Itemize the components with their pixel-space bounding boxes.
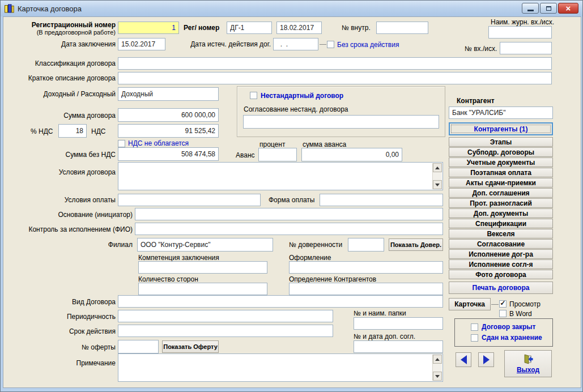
kontragenty-button[interactable]: Контрагенты (1)	[449, 122, 553, 135]
print-contract-button[interactable]: Печать договора	[449, 282, 553, 294]
maximize-button[interactable]	[540, 3, 557, 14]
kontragent-field[interactable]	[449, 106, 553, 119]
sidebar-button-subpodr[interactable]: Субподр. договоры	[449, 147, 553, 157]
nestandartny-panel: Нестандартный договор Согласование неста…	[237, 86, 445, 137]
filial-field[interactable]	[137, 238, 273, 252]
dohodny-field[interactable]	[118, 87, 219, 101]
close-button[interactable]: ×	[558, 3, 578, 14]
sidebar-button-uchetnye[interactable]: Учетные документы	[449, 157, 553, 167]
papka-field[interactable]	[354, 317, 443, 330]
titlebar: Карточка договора ×	[1, 1, 582, 16]
nds-pct-field[interactable]	[58, 124, 87, 138]
prev-record-button[interactable]	[456, 352, 471, 367]
nds-ne-oblagaetsya-checkbox[interactable]	[118, 140, 125, 147]
sidebar-button-dop-soglasheniya[interactable]: Доп. соглашения	[449, 188, 553, 198]
forma-oplaty-field[interactable]	[320, 194, 443, 206]
scrollbar[interactable]	[432, 355, 442, 381]
primechanie-textarea[interactable]	[118, 353, 443, 382]
usloviya-oplaty-field[interactable]	[118, 194, 261, 206]
scroll-up-icon[interactable]	[433, 163, 442, 172]
avans-summa-field[interactable]	[301, 148, 402, 161]
connector-line	[491, 304, 499, 305]
scrollbar[interactable]	[432, 163, 442, 189]
date-zakl-field[interactable]	[118, 38, 165, 50]
nds-label: НДС	[91, 127, 105, 135]
vnutr-field[interactable]	[376, 22, 428, 34]
usloviya-dogovora-label: Условия договора	[14, 168, 116, 176]
papka-label: № и наим. папки	[354, 309, 406, 317]
summa-bez-nds-field[interactable]	[118, 147, 219, 161]
sidebar-button-ispolnenie-dogovora[interactable]: Исполнение дог-ра	[449, 249, 553, 259]
bez-sroka-checkbox[interactable]	[327, 41, 334, 48]
oformlenie-field[interactable]	[289, 261, 443, 274]
exit-button[interactable]: Выход	[504, 350, 552, 377]
kratkoe-label: Краткое описание договора	[9, 74, 116, 82]
kolichestvo-field[interactable]	[138, 283, 267, 295]
sidebar-button-prot-raznoglasiy[interactable]: Прот. разногласий	[449, 198, 553, 208]
kontrol-field[interactable]	[135, 223, 443, 235]
opredelenie-field[interactable]	[289, 283, 443, 295]
kratkoe-field[interactable]	[118, 72, 552, 84]
nds-field[interactable]	[118, 124, 219, 138]
doverennost-label: № доверенности	[289, 241, 342, 249]
arrow-left-icon	[461, 355, 467, 364]
prosmotr-label: Просмотр	[509, 300, 541, 308]
vnutr-label: № внутр.	[342, 24, 371, 32]
oferta-field[interactable]	[118, 340, 159, 353]
nestandartny-checkbox[interactable]	[250, 92, 257, 99]
kartochka-button[interactable]: Карточка	[449, 298, 491, 310]
usloviya-dogovora-textarea[interactable]	[118, 162, 443, 190]
srok-field[interactable]	[118, 325, 333, 337]
scroll-up-icon[interactable]	[433, 355, 442, 364]
date-zakl-label: Дата заключения	[14, 40, 116, 48]
reg-number-field[interactable]	[118, 22, 179, 34]
kontrol-label: Контроль за исполнением (ФИО)	[9, 225, 133, 233]
date-istech-field[interactable]	[273, 38, 318, 50]
scroll-down-icon[interactable]	[433, 180, 442, 189]
form-area: Регистрационный номер (В преддоговорной …	[3, 16, 581, 388]
sidebar-button-poetapnaya[interactable]: Поэтапная оплата	[449, 168, 553, 177]
filial-label: Филиал	[9, 241, 133, 249]
bez-sroka-label: Без срока действия	[337, 41, 399, 49]
sidebar-button-vekselya[interactable]: Векселя	[449, 229, 553, 238]
osnovanie-field[interactable]	[135, 208, 443, 220]
klassifikaciya-field[interactable]	[118, 57, 552, 70]
vhish-field[interactable]	[500, 42, 552, 54]
prosmotr-checkbox[interactable]	[499, 300, 507, 308]
contract-status-panel: Договор закрыт Сдан на хранение	[454, 318, 553, 347]
sidebar-button-foto[interactable]: Фото договора	[449, 270, 553, 279]
sidebar-button-specifikacii[interactable]: Спецификации	[449, 219, 553, 228]
reg-number-label: Регистрационный номер (В преддоговорной …	[14, 21, 116, 36]
vid-field[interactable]	[118, 295, 443, 308]
reg-nomer-field[interactable]	[227, 22, 272, 34]
summa-field[interactable]	[118, 108, 219, 122]
dop-sogl-field[interactable]	[354, 340, 443, 353]
sidebar-button-ispolnenie-soglasheniya[interactable]: Исполнение согл-я	[449, 259, 553, 269]
oferta-label: № оферты	[14, 343, 116, 351]
periodichnost-field[interactable]	[118, 310, 333, 322]
dogovor-zakryt-checkbox[interactable]	[471, 323, 478, 331]
sidebar-button-soglasovanie[interactable]: Согласование	[449, 239, 553, 249]
doverennost-field[interactable]	[348, 238, 384, 252]
word-checkbox[interactable]	[499, 310, 507, 317]
minimize-button[interactable]	[522, 3, 539, 14]
scroll-down-icon[interactable]	[433, 372, 442, 381]
osnovanie-label: Основание (инициатор)	[9, 211, 133, 219]
zhurnal-label: Наим. журн. вх./исх.	[491, 18, 554, 26]
sidebar-button-akty[interactable]: Акты сдачи-приемки	[449, 178, 553, 188]
next-record-button[interactable]	[478, 352, 494, 367]
opredelenie-label: Определение Контрагентов	[289, 275, 376, 283]
arrow-right-icon	[483, 355, 490, 364]
sidebar-button-dop-dokumenty[interactable]: Доп. документы	[449, 208, 553, 218]
dogovor-zakryt-label: Договор закрыт	[482, 323, 535, 331]
avans-procent-field[interactable]	[258, 148, 297, 161]
sdan-checkbox[interactable]	[471, 334, 478, 342]
pokazat-dover-button[interactable]: Показать Довер.	[389, 238, 443, 251]
zhurnal-field[interactable]	[488, 26, 552, 39]
pokazat-ofertu-button[interactable]: Показать Оферту	[162, 340, 219, 353]
soglasovanie-nestand-field[interactable]	[243, 115, 439, 129]
procent-label: процент	[259, 140, 285, 148]
reg-date-field[interactable]	[276, 22, 322, 34]
kompetenciya-field[interactable]	[138, 261, 267, 274]
sidebar-button-etapy[interactable]: Этапы	[449, 137, 553, 147]
